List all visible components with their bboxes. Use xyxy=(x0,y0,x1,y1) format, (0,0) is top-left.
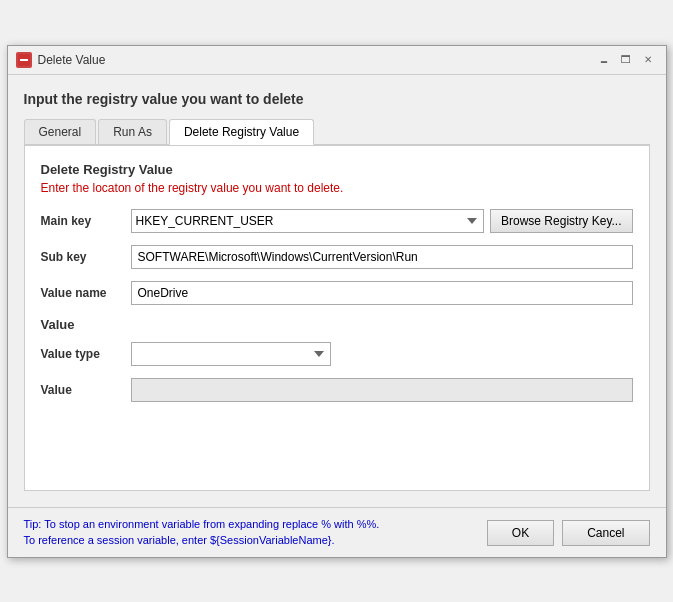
main-key-row: Main key HKEY_CURRENT_USERHKEY_LOCAL_MAC… xyxy=(41,209,633,233)
svg-rect-1 xyxy=(20,59,28,61)
window-icon xyxy=(16,52,32,68)
value-type-select[interactable] xyxy=(131,342,331,366)
ok-button[interactable]: OK xyxy=(487,520,554,546)
tabs: General Run As Delete Registry Value xyxy=(24,119,650,145)
main-heading: Input the registry value you want to del… xyxy=(24,91,650,107)
main-key-select[interactable]: HKEY_CURRENT_USERHKEY_LOCAL_MACHINEHKEY_… xyxy=(131,209,485,233)
titlebar-left: Delete Value xyxy=(16,52,106,68)
main-key-controls: HKEY_CURRENT_USERHKEY_LOCAL_MACHINEHKEY_… xyxy=(131,209,633,233)
tip-text: Tip: To stop an environment variable fro… xyxy=(24,516,380,549)
sub-key-row: Sub key xyxy=(41,245,633,269)
titlebar-controls: 🗕 🗖 ✕ xyxy=(594,52,658,68)
footer-buttons: OK Cancel xyxy=(487,516,650,546)
cancel-button[interactable]: Cancel xyxy=(562,520,649,546)
tip-line1: Tip: To stop an environment variable fro… xyxy=(24,516,380,533)
value-type-row: Value type xyxy=(41,342,633,366)
value-type-label: Value type xyxy=(41,347,131,361)
main-window: Delete Value 🗕 🗖 ✕ Input the registry va… xyxy=(7,45,667,558)
sub-key-input[interactable] xyxy=(131,245,633,269)
window-title: Delete Value xyxy=(38,53,106,67)
tab-delete-registry-value[interactable]: Delete Registry Value xyxy=(169,119,314,145)
panel-subtitle: Enter the locaton of the registry value … xyxy=(41,181,633,195)
value-label: Value xyxy=(41,383,131,397)
value-input[interactable] xyxy=(131,378,633,402)
value-name-label: Value name xyxy=(41,286,131,300)
footer: Tip: To stop an environment variable fro… xyxy=(8,507,666,557)
value-row: Value xyxy=(41,378,633,402)
window-body: Input the registry value you want to del… xyxy=(8,75,666,507)
close-button[interactable]: ✕ xyxy=(638,52,658,68)
maximize-button[interactable]: 🗖 xyxy=(616,52,636,68)
value-name-row: Value name xyxy=(41,281,633,305)
value-section-heading: Value xyxy=(41,317,633,332)
panel-title: Delete Registry Value xyxy=(41,162,633,177)
main-key-label: Main key xyxy=(41,214,131,228)
sub-key-label: Sub key xyxy=(41,250,131,264)
panel: Delete Registry Value Enter the locaton … xyxy=(24,145,650,491)
minimize-button[interactable]: 🗕 xyxy=(594,52,614,68)
browse-registry-key-button[interactable]: Browse Registry Key... xyxy=(490,209,632,233)
tip-line2: To reference a session variable, enter $… xyxy=(24,532,380,549)
tab-run-as[interactable]: Run As xyxy=(98,119,167,144)
tab-general[interactable]: General xyxy=(24,119,97,144)
value-name-input[interactable] xyxy=(131,281,633,305)
titlebar: Delete Value 🗕 🗖 ✕ xyxy=(8,46,666,75)
